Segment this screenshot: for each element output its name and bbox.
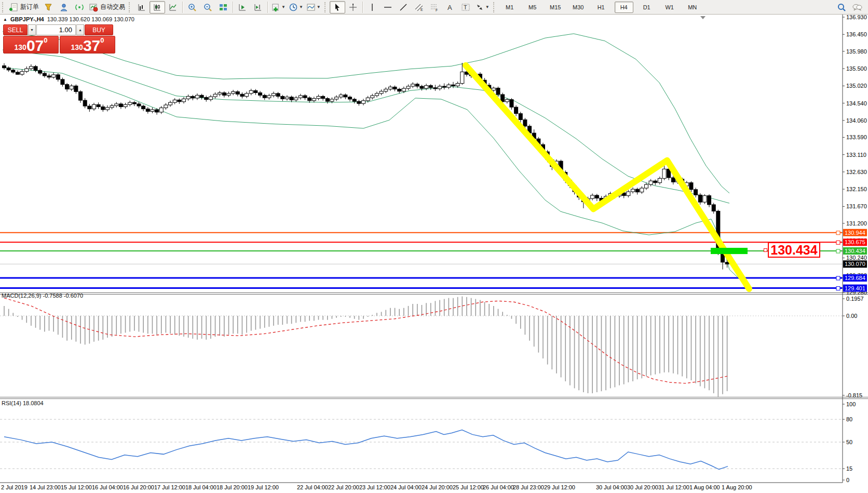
svg-text:130.944: 130.944 <box>845 230 865 236</box>
svg-text:A: A <box>447 4 452 11</box>
svg-text:136.930: 136.930 <box>846 14 867 20</box>
toolbar-separator <box>362 2 363 13</box>
new-order-label: 新订单 <box>20 3 39 11</box>
volume-decrease-button[interactable]: ▼ <box>28 24 36 35</box>
time-axis[interactable]: 2 Jul 201914 Jul 23:0015 Jul 12:0016 Jul… <box>1 484 752 490</box>
line-handle[interactable] <box>836 276 840 280</box>
templates-button[interactable]: ▼ <box>305 1 322 14</box>
volume-increase-button[interactable]: ▲ <box>76 24 84 35</box>
svg-text:25 Jul 12:00: 25 Jul 12:00 <box>453 484 484 490</box>
level-highlight-rect[interactable] <box>711 248 748 254</box>
svg-text:23 Jul 12:00: 23 Jul 12:00 <box>359 484 390 490</box>
market-watch-button[interactable] <box>40 1 56 14</box>
timeframe-h4-button[interactable]: H4 <box>615 2 633 13</box>
horizontal-line-tool-button[interactable] <box>380 1 396 14</box>
price-callout-box[interactable]: 130.434 <box>768 242 820 258</box>
svg-text:134.060: 134.060 <box>846 117 867 124</box>
svg-text:133.110: 133.110 <box>846 152 866 158</box>
svg-text:31 Jul 12:00: 31 Jul 12:00 <box>658 484 689 490</box>
sell-button[interactable]: SELL <box>3 24 28 35</box>
chat-button[interactable] <box>849 1 865 14</box>
svg-text:30 Jul 20:00: 30 Jul 20:00 <box>627 484 658 490</box>
timeframe-m5-button[interactable]: M5 <box>523 2 542 13</box>
collapse-triangle-icon[interactable]: ▲ <box>3 17 7 22</box>
svg-text:131.200: 131.200 <box>846 220 867 226</box>
cursor-tool-button[interactable] <box>330 1 345 14</box>
line-handle[interactable] <box>836 241 840 244</box>
timeframe-m1-button[interactable]: M1 <box>500 2 519 13</box>
timeframe-h1-button[interactable]: H1 <box>592 2 611 13</box>
timeframe-w1-button[interactable]: W1 <box>660 2 679 13</box>
toolbar-grip[interactable] <box>129 2 132 12</box>
channel-tool-button[interactable]: E <box>411 1 427 14</box>
horizontal-line-icon <box>383 3 392 12</box>
search-button[interactable] <box>834 1 849 14</box>
svg-text:1 Aug 20:00: 1 Aug 20:00 <box>722 484 752 490</box>
line-handle[interactable] <box>836 231 840 235</box>
svg-text:130.675: 130.675 <box>845 239 865 245</box>
svg-text:133.590: 133.590 <box>846 134 867 140</box>
timeframe-m30-button[interactable]: M30 <box>569 2 588 13</box>
trendline-tool-button[interactable] <box>396 1 411 14</box>
bar-chart-mode-button[interactable] <box>134 1 150 14</box>
shapes-tool-button[interactable]: ▼ <box>473 1 491 14</box>
buy-button[interactable]: BUY <box>85 24 113 35</box>
line-chart-mode-button[interactable] <box>165 1 181 14</box>
label-tool-button[interactable]: T <box>458 1 473 14</box>
sell-price-display[interactable]: 130 07 0 <box>3 36 59 54</box>
svg-text:130.070: 130.070 <box>845 261 865 267</box>
zoom-in-button[interactable] <box>184 1 200 14</box>
svg-text:130.434: 130.434 <box>845 248 865 254</box>
bar-chart-icon <box>137 3 146 12</box>
callout-anchor-handle[interactable] <box>764 248 767 252</box>
crosshair-tool-button[interactable] <box>345 1 361 14</box>
svg-text:16 Jul 20:00: 16 Jul 20:00 <box>123 484 154 490</box>
macd-indicator-label: MACD(12,26,9) -0.7588 -0.6070 <box>2 292 83 299</box>
chart-shift-button[interactable] <box>250 1 266 14</box>
vertical-line-icon <box>368 3 377 12</box>
periods-button[interactable]: ▼ <box>287 1 305 14</box>
signals-button[interactable] <box>72 1 87 14</box>
zoom-in-icon <box>187 3 197 12</box>
vertical-line-tool-button[interactable] <box>364 1 380 14</box>
svg-text:2 Jul 2019: 2 Jul 2019 <box>1 484 28 490</box>
timeframe-d1-button[interactable]: D1 <box>638 2 656 13</box>
timeframe-m15-button[interactable]: M15 <box>546 2 565 13</box>
autotrading-icon <box>89 3 98 12</box>
svg-text:18 Jul 20:00: 18 Jul 20:00 <box>216 484 248 490</box>
toolbar-grip[interactable] <box>493 2 497 12</box>
candlestick-chart-icon <box>153 3 162 12</box>
line-handle[interactable] <box>836 249 840 253</box>
svg-text:14 Jul 23:00: 14 Jul 23:00 <box>30 484 61 490</box>
new-chart-button[interactable]: ▼ <box>269 1 287 14</box>
search-icon <box>837 3 846 12</box>
zoom-out-button[interactable] <box>200 1 215 14</box>
auto-scroll-button[interactable] <box>235 1 250 14</box>
chart-canvas[interactable]: 130.720129.760136.930136.450135.980135.5… <box>0 0 868 493</box>
chart-shift-icon <box>253 3 263 12</box>
toolbar-grip[interactable] <box>324 2 328 12</box>
tile-windows-button[interactable] <box>215 1 231 14</box>
signal-icon <box>75 3 84 12</box>
line-handle[interactable] <box>836 287 840 290</box>
new-order-button[interactable]: 新订单 <box>7 1 40 14</box>
volume-input[interactable] <box>36 24 76 35</box>
fibonacci-tool-button[interactable]: F <box>427 1 442 14</box>
toolbar-grip[interactable] <box>2 2 6 12</box>
sell-price-big: 07 <box>26 39 44 52</box>
svg-text:132.630: 132.630 <box>846 169 867 175</box>
toolbar-separator <box>182 2 183 13</box>
svg-text:135.980: 135.980 <box>846 48 867 55</box>
symbol-ohlc-values: 130.339 130.620 130.069 130.070 <box>47 16 134 22</box>
buy-price-display[interactable]: 130 37 0 <box>60 36 115 54</box>
svg-text:15 Jul 12:00: 15 Jul 12:00 <box>61 484 92 490</box>
arrows-icon <box>475 3 484 12</box>
autotrading-button[interactable]: 自动交易 <box>87 1 127 14</box>
text-tool-button[interactable]: A <box>442 1 458 14</box>
community-button[interactable] <box>56 1 72 14</box>
svg-text:22 Jul 04:00: 22 Jul 04:00 <box>297 484 328 490</box>
timeframe-mn-button[interactable]: MN <box>683 2 702 13</box>
svg-text:24 Jul 04:00: 24 Jul 04:00 <box>390 484 422 490</box>
candle-chart-mode-button[interactable] <box>150 1 165 14</box>
svg-text:80: 80 <box>846 416 852 422</box>
